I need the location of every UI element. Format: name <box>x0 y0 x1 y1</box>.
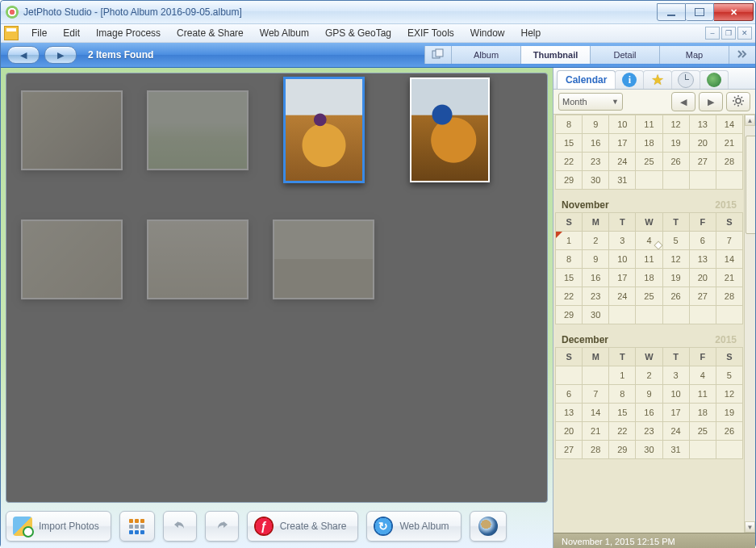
calendar-day-cell[interactable]: 15 <box>609 404 636 422</box>
period-select[interactable]: Month ▼ <box>558 93 623 111</box>
calendar-day-cell[interactable]: 23 <box>583 287 609 306</box>
calendar-day-cell[interactable]: 25 <box>636 153 662 171</box>
import-photos-button[interactable]: Import Photos <box>6 511 111 542</box>
calendar-day-cell[interactable]: 8 <box>556 115 583 134</box>
calendar-day-cell[interactable]: 22 <box>556 153 583 171</box>
google-earth-button[interactable] <box>470 511 507 542</box>
calendar-day-cell[interactable]: 4 <box>636 232 662 250</box>
web-album-button[interactable]: Web Album <box>366 511 461 542</box>
calendar-day-cell[interactable]: 18 <box>636 269 662 287</box>
calendar-day-cell[interactable]: 11 <box>636 250 662 269</box>
menu-gps-geotag[interactable]: GPS & GeoTag <box>317 26 399 40</box>
calendar-day-cell[interactable]: 25 <box>689 422 716 441</box>
calendar-day-cell[interactable]: 9 <box>583 115 609 134</box>
calendar-day-cell[interactable]: 25 <box>636 287 662 306</box>
calendar-day-cell[interactable]: 5 <box>716 366 742 385</box>
calendar-day-cell[interactable]: 3 <box>662 366 689 385</box>
calendar-day-cell[interactable]: 17 <box>662 404 689 422</box>
side-tab-calendar[interactable]: Calendar <box>557 70 616 89</box>
view-tab-copy[interactable] <box>424 46 451 64</box>
menu-image-process[interactable]: Image Process <box>88 26 169 40</box>
calendar-day-cell[interactable]: 20 <box>689 269 716 287</box>
calendar-day-cell[interactable]: 1 <box>556 232 583 250</box>
calendar-day-cell[interactable]: 9 <box>636 385 662 404</box>
calendar-day-cell[interactable]: 26 <box>716 422 742 441</box>
calendar-day-cell[interactable]: 13 <box>689 115 716 134</box>
sort-mode-button[interactable] <box>119 511 155 542</box>
calendar-day-cell[interactable]: 12 <box>662 115 689 134</box>
calendar-day-cell[interactable]: 29 <box>556 306 583 324</box>
calendar-day-cell[interactable]: 28 <box>583 441 609 459</box>
thumbnail-item[interactable] <box>147 85 249 175</box>
thumbnail-item[interactable] <box>273 214 374 304</box>
thumbnail-item[interactable] <box>147 214 249 304</box>
calendar-day-cell[interactable]: 21 <box>583 422 609 441</box>
calendar-day-cell[interactable]: 5 <box>662 232 689 250</box>
calendar-day-cell[interactable]: 19 <box>662 134 689 153</box>
calendar-day-cell[interactable]: 31 <box>609 171 636 190</box>
view-tab-detail[interactable]: Detail <box>590 46 659 64</box>
calendar-day-cell[interactable]: 9 <box>583 250 609 269</box>
calendar-day-cell[interactable]: 16 <box>583 134 609 153</box>
redo-button[interactable] <box>205 511 239 542</box>
thumbnail-item[interactable] <box>273 85 374 175</box>
calendar-day-cell[interactable]: 14 <box>716 250 742 269</box>
calendar-day-cell[interactable]: 28 <box>716 287 742 306</box>
window-maximize-button[interactable] <box>686 3 714 21</box>
calendar-day-cell[interactable]: 2 <box>636 366 662 385</box>
scroll-up-button[interactable]: ▲ <box>745 115 755 126</box>
calendar-prev-button[interactable] <box>671 92 695 111</box>
menu-exif-tools[interactable]: EXIF Tools <box>399 26 462 40</box>
calendar-day-cell[interactable]: 11 <box>636 115 662 134</box>
thumbnail-grid[interactable] <box>6 73 548 503</box>
calendar-day-cell[interactable]: 21 <box>716 269 742 287</box>
menu-create-share[interactable]: Create & Share <box>169 26 252 40</box>
thumbnail-item[interactable] <box>21 85 123 175</box>
menu-help[interactable]: Help <box>513 26 549 40</box>
calendar-day-cell[interactable]: 23 <box>636 422 662 441</box>
calendar-day-cell[interactable]: 29 <box>556 171 583 190</box>
nav-back-button[interactable] <box>7 46 40 64</box>
calendar-day-cell[interactable]: 3 <box>609 232 636 250</box>
calendar-scroll-area[interactable]: 8910111213141516171819202122232425262728… <box>553 115 755 533</box>
view-tab-thumbnail[interactable]: Thumbnail <box>520 46 590 64</box>
view-tab-more[interactable] <box>729 46 755 64</box>
calendar-day-cell[interactable]: 19 <box>716 404 742 422</box>
calendar-day-cell[interactable]: 10 <box>662 385 689 404</box>
nav-forward-button[interactable] <box>44 46 77 64</box>
menu-edit[interactable]: Edit <box>55 26 88 40</box>
view-tab-map[interactable]: Map <box>659 46 729 64</box>
calendar-day-cell[interactable]: 13 <box>556 404 583 422</box>
scroll-down-button[interactable]: ▼ <box>745 521 755 533</box>
calendar-day-cell[interactable]: 30 <box>583 306 609 324</box>
calendar-day-cell[interactable]: 16 <box>636 404 662 422</box>
calendar-day-cell[interactable]: 14 <box>583 404 609 422</box>
calendar-next-button[interactable] <box>699 92 723 111</box>
calendar-day-cell[interactable]: 24 <box>609 153 636 171</box>
calendar-day-cell[interactable]: 31 <box>662 441 689 459</box>
calendar-day-cell[interactable]: 26 <box>662 153 689 171</box>
side-tab-recent[interactable] <box>671 70 700 89</box>
calendar-day-cell[interactable]: 23 <box>583 153 609 171</box>
thumbnail-item[interactable] <box>399 85 500 175</box>
calendar-day-cell[interactable]: 29 <box>609 441 636 459</box>
calendar-day-cell[interactable]: 19 <box>662 269 689 287</box>
mdi-close-button[interactable]: ✕ <box>737 27 752 40</box>
calendar-day-cell[interactable]: 11 <box>689 385 716 404</box>
calendar-day-cell[interactable]: 20 <box>556 422 583 441</box>
menu-window[interactable]: Window <box>462 26 513 40</box>
thumbnail-item[interactable] <box>21 214 123 304</box>
window-close-button[interactable] <box>714 3 754 21</box>
calendar-day-cell[interactable]: 13 <box>689 250 716 269</box>
calendar-day-cell[interactable]: 24 <box>662 422 689 441</box>
calendar-day-cell[interactable]: 12 <box>662 250 689 269</box>
calendar-settings-button[interactable] <box>726 92 750 111</box>
calendar-day-cell[interactable]: 28 <box>716 153 742 171</box>
scroll-thumb[interactable] <box>746 136 755 234</box>
calendar-day-cell[interactable]: 18 <box>689 404 716 422</box>
calendar-day-cell[interactable]: 22 <box>609 422 636 441</box>
create-share-button[interactable]: Create & Share <box>247 511 359 542</box>
calendar-day-cell[interactable]: 12 <box>716 385 742 404</box>
calendar-day-cell[interactable]: 21 <box>716 134 742 153</box>
view-tab-album[interactable]: Album <box>451 46 520 64</box>
